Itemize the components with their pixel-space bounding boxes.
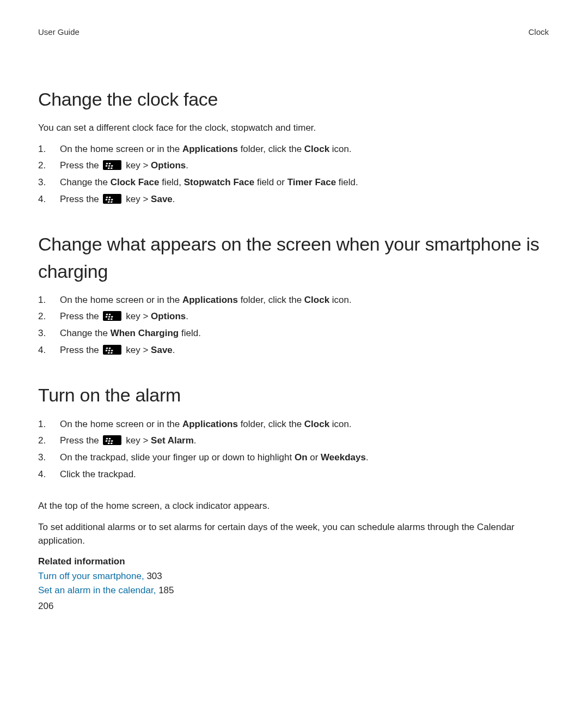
step-item: Click the trackpad. <box>38 468 549 482</box>
step-item: Press the key > Options. <box>38 159 549 173</box>
body-paragraph: To set additional alarms or to set alarm… <box>38 521 549 547</box>
bold-text: Clock <box>304 144 329 154</box>
step-item: Press the key > Options. <box>38 310 549 324</box>
bold-text: Applications <box>182 295 238 305</box>
section-heading: Turn on the alarm <box>38 382 549 409</box>
related-link[interactable]: Turn off your smartphone, <box>38 571 144 581</box>
bold-text: Clock Face <box>111 177 160 187</box>
step-item: On the trackpad, slide your finger up or… <box>38 451 549 465</box>
bold-text: Clock <box>304 295 329 305</box>
bold-text: Stopwatch Face <box>184 177 254 187</box>
step-item: On the home screen or in the Application… <box>38 143 549 156</box>
bold-text: Clock <box>304 419 329 429</box>
step-list: On the home screen or in the Application… <box>38 418 549 482</box>
bold-text: When Charging <box>111 328 179 338</box>
blackberry-key-icon <box>103 345 121 355</box>
section-heading: Change the clock face <box>38 86 549 113</box>
blackberry-key-icon <box>103 160 121 170</box>
step-item: Change the When Charging field. <box>38 327 549 340</box>
blackberry-key-icon <box>103 194 121 204</box>
bold-text: Options <box>151 311 186 321</box>
section-heading: Change what appears on the screen when y… <box>38 231 549 285</box>
step-item: Change the Clock Face field, Stopwatch F… <box>38 176 549 190</box>
page-header: User Guide Clock <box>38 26 549 38</box>
bold-text: Save <box>151 345 173 355</box>
blackberry-key-icon <box>103 311 121 321</box>
related-link[interactable]: Set an alarm in the calendar, <box>38 585 156 595</box>
blackberry-key-icon <box>103 435 121 445</box>
bold-text: Weekdays <box>321 452 366 462</box>
related-heading: Related information <box>38 555 549 569</box>
bold-text: Timer Face <box>287 177 336 187</box>
step-list: On the home screen or in the Application… <box>38 294 549 357</box>
header-left: User Guide <box>38 26 79 38</box>
step-item: Press the key > Set Alarm. <box>38 434 549 448</box>
header-right: Clock <box>528 26 549 38</box>
body-paragraph: At the top of the home screen, a clock i… <box>38 500 549 513</box>
section-intro: You can set a different clock face for t… <box>38 121 549 135</box>
step-list: On the home screen or in the Application… <box>38 143 549 206</box>
bold-text: Set Alarm <box>151 435 194 446</box>
bold-text: Save <box>151 194 173 204</box>
bold-text: Applications <box>182 419 238 429</box>
step-item: On the home screen or in the Application… <box>38 294 549 307</box>
step-item: Press the key > Save. <box>38 193 549 206</box>
related-item: Set an alarm in the calendar, 185 <box>38 584 549 598</box>
bold-text: On <box>295 452 308 462</box>
page-number: 206 <box>38 600 53 613</box>
related-item: Turn off your smartphone, 303 <box>38 570 549 583</box>
page-content: Change the clock faceYou can set a diffe… <box>38 86 549 598</box>
step-item: On the home screen or in the Application… <box>38 418 549 431</box>
step-item: Press the key > Save. <box>38 344 549 357</box>
bold-text: Applications <box>182 144 238 154</box>
bold-text: Options <box>151 160 186 171</box>
